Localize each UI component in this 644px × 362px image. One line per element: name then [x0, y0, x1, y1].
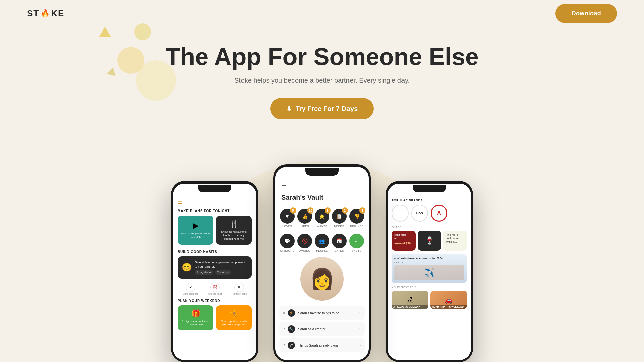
- wine-icon: 🍷: [425, 236, 434, 245]
- bookstore-card: 🎁 Design me a bookstore date for two: [178, 305, 213, 330]
- opinions-label: OPINIONS: [280, 249, 294, 252]
- glass-label: GLASS: [392, 226, 467, 229]
- wants-badge: 9: [325, 207, 331, 214]
- list-num-2: 7: [283, 327, 285, 331]
- plans-cards: ▶ Find us the perfect show to watch 🍴 Sh…: [178, 216, 252, 245]
- explore-section: EXPLORE BY CATEGORY: [275, 357, 369, 360]
- likes-label: LIKES: [301, 225, 309, 228]
- wants-label: WANTS: [317, 225, 327, 228]
- avoids-icon-item: 🚫 AVOIDS: [297, 234, 312, 252]
- phone-notch-left: [198, 185, 231, 192]
- people-circle: 👥: [315, 234, 329, 248]
- brand-ugg: UGG: [411, 205, 428, 222]
- bookstore-icon: 🎁: [191, 309, 200, 318]
- sport-text: Plan a sport or activity we can do toget…: [219, 320, 249, 327]
- roadtrip-icon: 🚗: [444, 296, 453, 304]
- dislikes-badge: 1: [359, 207, 365, 214]
- hero-section: The App For Someone Else Stoke helps you…: [0, 27, 644, 119]
- needs-icon-item: 📋 2 NEEDS: [332, 209, 347, 228]
- phone-screen-center: ☰ Sarah's Vault ♥ 5 LOVES 👍 18 LIKES: [275, 167, 369, 360]
- list-icon-1: 🏃: [288, 309, 295, 317]
- phone-screen-right: POPULAR BRANDS UGG A GLASS can't miss re…: [388, 184, 471, 360]
- must-miss-year: for 2024: [394, 261, 464, 264]
- opinions-circle: 💬: [280, 234, 295, 248]
- phone-notch-right: [413, 185, 446, 192]
- must-miss-section: can't miss travel accessories for 2024 f…: [392, 254, 467, 283]
- sport-icon: 🤸: [229, 309, 238, 318]
- trip-card-1-img: 🏖 A RELAXING GETAWAY: [392, 291, 428, 309]
- list-item-2: 7 🔧 Sarah as a creator ›: [279, 322, 365, 336]
- likes-icon-item: 👍 18 LIKES: [297, 209, 312, 228]
- habit-card: 😊 Give at least one genuine compliment t…: [178, 256, 252, 279]
- play-icon: ▶: [193, 221, 199, 230]
- list-num-1: 8: [283, 311, 285, 315]
- habit-text: Give at least one genuine compliment to …: [195, 260, 248, 269]
- habits-title: BUILD GOOD HABITS: [178, 250, 252, 254]
- mark-complete-label: Mark complete: [183, 293, 198, 295]
- must-miss-title: can't miss travel accessories for 2024: [394, 257, 464, 260]
- brands-section: POPULAR BRANDS UGG A: [392, 199, 467, 222]
- needs-label: NEEDS: [334, 225, 344, 228]
- snooze-action: ⏰ Snooze habit: [208, 283, 222, 295]
- people-icon-item: 👥 PEOPLE: [315, 234, 329, 252]
- glass-cards: can't miss red around $30 🍷 Find me a bo…: [392, 231, 467, 251]
- streak-badge-2: Tomorrow: [215, 270, 231, 275]
- brand-circle-1: [392, 205, 409, 222]
- habit-actions: ✓ Mark complete ⏰ Snooze habit ✕ Remove …: [178, 283, 252, 295]
- list-item-1: 8 🏃 Sarah's favorite things to do ›: [279, 306, 365, 320]
- trip-card-2-text: ROAD TRIP THIS WEEKEND: [430, 305, 467, 309]
- vault-icons-row2: 💬 OPINIONS 🚫 AVOIDS 👥 PEOPLE: [275, 230, 369, 254]
- remove-label: Remove habit: [232, 293, 247, 295]
- list-text-2: Sarah as a creator: [298, 327, 325, 331]
- list-icon-3: 🏷: [288, 342, 295, 349]
- avoids-label: AVOIDS: [299, 249, 310, 252]
- list-item-2-left: 7 🔧 Sarah as a creator: [283, 325, 325, 333]
- glass-card-1-sub: red: [394, 237, 413, 240]
- trip-title: YOUR NEXT TRIP: [392, 286, 467, 289]
- phone-screen-left: ☰ MAKE PLANS FOR TONIGHT ▶ Find us the p…: [173, 184, 256, 360]
- trip-cards: 🏖 A RELAXING GETAWAY 🚗 ROAD TRIP THIS WE…: [392, 291, 467, 309]
- needs-badge: 2: [342, 207, 348, 214]
- habit-emoji: 😊: [182, 263, 192, 272]
- facts-icon-item: ✓ FACTS: [349, 234, 364, 252]
- list-arrow-2: ›: [359, 327, 361, 331]
- wants-icon-item: ⭐ 9 WANTS: [315, 209, 329, 228]
- travel-icon: ✈️: [424, 268, 434, 278]
- hero-subtitle: Stoke helps you become a better partner.…: [0, 77, 644, 84]
- facts-label: FACTS: [352, 249, 361, 252]
- download-button[interactable]: Download: [555, 4, 617, 23]
- list-item-1-left: 8 🏃 Sarah's favorite things to do: [283, 309, 339, 317]
- snooze-icon: ⏰: [210, 283, 220, 292]
- list-arrow-1: ›: [359, 311, 361, 315]
- glass-card-1-text: can't miss: [394, 233, 413, 237]
- try-free-label: Try Free For 7 Days: [296, 105, 358, 113]
- phones-container: ☰ MAKE PLANS FOR TONIGHT ▶ Find us the p…: [171, 127, 473, 362]
- mark-complete-action: ✓ Mark complete: [183, 283, 198, 295]
- list-num-3: 2: [283, 344, 285, 347]
- brands-row: UGG A: [392, 205, 467, 222]
- brand-a: A: [431, 205, 447, 222]
- likes-circle: 👍 18: [297, 209, 312, 224]
- profile-picture: 👩: [300, 257, 344, 301]
- streak-badge-1: 2 day streak: [195, 270, 213, 275]
- glass-card-3-text: Find me a bottle of red white a...: [446, 233, 464, 244]
- menu-icon-left: ☰: [178, 199, 252, 205]
- getaway-icon: 🏖: [407, 296, 414, 304]
- remove-icon: ✕: [234, 283, 244, 292]
- trip-section: YOUR NEXT TRIP 🏖 A RELAXING GETAWAY 🚗 R: [392, 286, 467, 309]
- list-text-1: Sarah's favorite things to do: [298, 311, 339, 315]
- avoids-circle: 🚫: [297, 234, 312, 248]
- profile-face: 👩: [300, 257, 344, 301]
- logo-text: ST: [27, 8, 39, 19]
- must-miss-image: ✈️: [394, 265, 464, 280]
- make-plans-title: MAKE PLANS FOR TONIGHT: [178, 209, 252, 213]
- fork-icon: 🍴: [229, 220, 238, 228]
- list-icon-2: 🔧: [288, 325, 295, 333]
- trip-card-2-img: 🚗 ROAD TRIP THIS WEEKEND: [430, 291, 467, 309]
- try-free-button[interactable]: ⬇ Try Free For 7 Days: [270, 98, 374, 119]
- right-phone-content: POPULAR BRANDS UGG A GLASS can't miss re…: [388, 184, 471, 360]
- vault-icons-row1: ♥ 5 LOVES 👍 18 LIKES ⭐ 9: [275, 205, 369, 230]
- phone-right: POPULAR BRANDS UGG A GLASS can't miss re…: [386, 181, 473, 362]
- trip-card-1: 🏖 A RELAXING GETAWAY: [392, 291, 428, 309]
- trip-card-2: 🚗 ROAD TRIP THIS WEEKEND: [430, 291, 467, 309]
